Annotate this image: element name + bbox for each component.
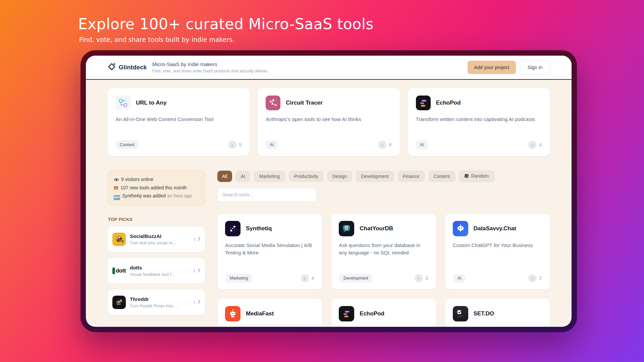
- tag-badge: AI: [453, 274, 466, 283]
- database-chat-icon: [339, 221, 354, 236]
- filter-chip-finance[interactable]: Finance: [397, 171, 425, 182]
- top-pick-dotts[interactable]: dott dotts Visual feedback tool f... ↑ 7: [107, 258, 205, 284]
- upvote-control[interactable]: ↑ 7: [193, 268, 200, 274]
- top-picks-heading: TOP PICKS: [108, 217, 205, 222]
- tag-badge: AI: [266, 140, 278, 149]
- featured-card-url-to-any[interactable]: URL to Any An All-in-One Web Content Con…: [107, 88, 250, 156]
- featured-row: URL to Any An All-in-One Web Content Con…: [107, 88, 550, 156]
- audio-bars-icon: [339, 306, 354, 321]
- search-input[interactable]: [217, 188, 317, 202]
- upvote-control[interactable]: ↑ 2: [528, 274, 542, 282]
- audio-bars-icon: [416, 96, 431, 110]
- filter-chip-marketing[interactable]: Marketing: [254, 171, 285, 182]
- eye-icon: [114, 176, 119, 184]
- new-tools-stat: 107 new tools added this month: [114, 184, 199, 192]
- upvote-arrow-icon[interactable]: ↑: [528, 274, 536, 282]
- tool-name: Circuit Tracer: [286, 100, 323, 106]
- sidebar: 9 visitors online 107 new tools added th…: [107, 170, 205, 327]
- tool-card-echopod-2[interactable]: EchoPod: [331, 298, 436, 327]
- sign-in-button[interactable]: Sign in: [520, 60, 550, 74]
- upvote-control[interactable]: ↑ 4: [528, 141, 542, 149]
- upvote-arrow-icon[interactable]: ↑: [415, 274, 423, 282]
- add-project-button[interactable]: Add your project: [468, 61, 516, 74]
- vote-count: 7: [198, 268, 200, 274]
- filter-chip-development[interactable]: Development: [356, 171, 394, 182]
- tool-name: Synthetiq: [246, 225, 272, 232]
- dotts-logo-icon: dott: [112, 264, 126, 278]
- new-badge-icon: NEW: [114, 195, 120, 200]
- tool-card-datasavvy-chat[interactable]: DataSavvy.Chat Custom ChatGPT for Your B…: [445, 213, 550, 290]
- main-column: All AI Marketing Productivity Design Dev…: [217, 170, 550, 327]
- top-pick-socialbuzzai[interactable]: SocialBuzzAI Turn text into social m... …: [107, 226, 205, 252]
- tools-grid: Synthetiq Accurate Social Media Simulati…: [217, 213, 550, 327]
- filter-chip-productivity[interactable]: Productivity: [288, 171, 323, 182]
- upvote-control[interactable]: ↑ 7: [193, 300, 200, 305]
- upvote-arrow-icon[interactable]: ↑: [301, 274, 309, 282]
- vote-count: 3: [425, 276, 428, 281]
- vote-count: 2: [539, 276, 542, 281]
- latest-tool-name: Synthetiq: [122, 193, 142, 198]
- site-title-block: Micro-SaaS by indie makers Find, vote, a…: [152, 61, 268, 73]
- upvote-control[interactable]: ↑ 7: [193, 237, 200, 242]
- upvote-control[interactable]: ↑ 4: [301, 274, 314, 282]
- tool-card-mediafast[interactable]: MediaFast: [217, 298, 322, 327]
- tool-card-chatyourdb[interactable]: ChatYourDB Ask questions from your datab…: [331, 213, 436, 290]
- bee-icon: [112, 233, 126, 246]
- brand-name: Glintdeck: [119, 64, 147, 71]
- tool-name: DataSavvy.Chat: [474, 225, 516, 232]
- upvote-arrow-icon[interactable]: ↑: [378, 141, 386, 149]
- diamond-sparkle-icon: [107, 62, 116, 72]
- network-graph-icon: [266, 96, 280, 110]
- tool-card-synthetiq[interactable]: Synthetiq Accurate Social Media Simulati…: [217, 213, 322, 290]
- filter-chip-content[interactable]: Content: [428, 171, 455, 182]
- tool-description: Visual feedback tool f...: [130, 272, 189, 277]
- vote-count: 6: [389, 142, 392, 147]
- featured-card-circuit-tracer[interactable]: Circuit Tracer Anthropic's open tools to…: [257, 88, 400, 156]
- filter-chip-ai[interactable]: AI: [235, 171, 251, 182]
- latest-time: an hour ago: [167, 193, 192, 198]
- tool-name: SET.DO: [474, 310, 494, 317]
- tool-description: Turn Reddit Posts Into ...: [130, 303, 189, 308]
- page-title: Explore 100+ curated Micro-SaaS tools: [78, 15, 374, 33]
- tool-name: SocialBuzzAI: [130, 233, 189, 239]
- top-pick-threddr[interactable]: Threddr Turn Reddit Posts Into ... ↑ 7: [107, 289, 205, 315]
- latest-added-stat: NEWSynthetiq was added an hour ago: [114, 192, 199, 200]
- upvote-arrow-icon: ↑: [193, 300, 196, 305]
- tool-description: Transform written content into captivati…: [416, 116, 542, 123]
- tool-name: Threddr: [130, 296, 189, 302]
- upvote-arrow-icon: ↑: [193, 237, 196, 242]
- upvote-control[interactable]: ↑ 6: [378, 141, 392, 149]
- app-window-frame: Glintdeck Micro-SaaS by indie makers Fin…: [80, 50, 577, 332]
- upvote-control[interactable]: ↑ 3: [415, 274, 428, 282]
- site-header: Glintdeck Micro-SaaS by indie makers Fin…: [86, 56, 572, 80]
- category-filter-bar: All AI Marketing Productivity Design Dev…: [217, 170, 550, 182]
- site-title: Micro-SaaS by indie makers: [152, 61, 268, 67]
- tool-description: An All-in-One Web Content Conversion Too…: [116, 116, 241, 123]
- robot-chat-icon: [453, 221, 468, 236]
- vote-count: 5: [239, 142, 242, 147]
- vote-count: 4: [312, 276, 314, 281]
- upvote-control[interactable]: ↑ 5: [228, 141, 242, 149]
- tool-name: ChatYourDB: [360, 225, 393, 232]
- linked-squares-icon: [116, 96, 130, 110]
- tag-badge: Marketing: [226, 274, 252, 283]
- checkbox-icon: [453, 306, 468, 321]
- filter-chip-design[interactable]: Design: [327, 171, 353, 182]
- upvote-arrow-icon[interactable]: ↑: [528, 141, 536, 149]
- filter-chip-all[interactable]: All: [217, 171, 232, 182]
- tag-badge: Development: [339, 274, 372, 283]
- upvote-arrow-icon[interactable]: ↑: [228, 141, 236, 149]
- tool-name: URL to Any: [136, 100, 167, 106]
- spark-dots-icon: [225, 221, 240, 236]
- tool-name: EchoPod: [360, 310, 384, 317]
- vote-count: 7: [198, 300, 200, 305]
- filter-chip-random[interactable]: Random: [459, 170, 494, 182]
- tool-description: Accurate Social Media Simulation | A/B T…: [225, 242, 315, 256]
- dots-signal-icon: [112, 296, 126, 309]
- tool-card-setdo[interactable]: SET.DO: [445, 298, 550, 327]
- tool-description: Ask questions from your database in any …: [339, 242, 428, 256]
- tool-name: MediaFast: [246, 310, 274, 317]
- featured-card-echopod[interactable]: EchoPod Transform written content into c…: [408, 88, 550, 156]
- package-icon: [114, 185, 118, 192]
- brand-logo[interactable]: Glintdeck: [107, 62, 147, 72]
